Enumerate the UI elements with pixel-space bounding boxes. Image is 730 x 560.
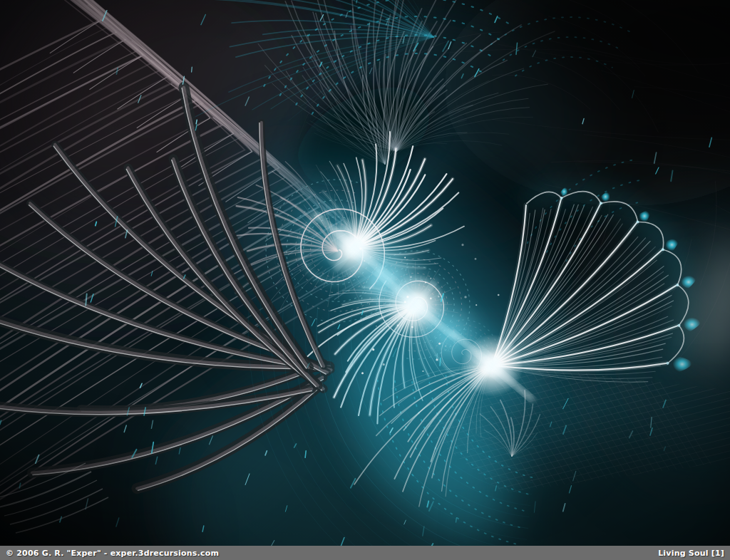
copyright-text: © 2006 G. R. "Exper" - exper.3drecursion…: [6, 549, 219, 558]
caption-bar: © 2006 G. R. "Exper" - exper.3drecursion…: [0, 546, 730, 560]
fractal-artwork: [0, 0, 730, 546]
fractal-canvas: [0, 0, 730, 546]
wallpaper-page: © 2006 G. R. "Exper" - exper.3drecursion…: [0, 0, 730, 560]
artwork-title: Living Soul [1]: [658, 549, 724, 558]
